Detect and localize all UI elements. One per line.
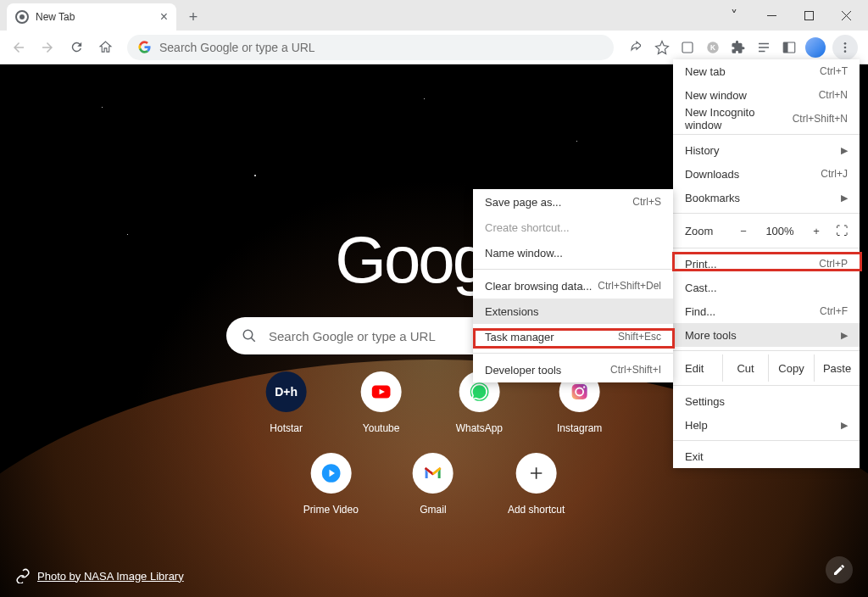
home-button[interactable] <box>93 36 117 59</box>
primevideo-icon <box>310 453 351 494</box>
fullscreen-icon[interactable]: ⛶ <box>836 224 848 237</box>
menu-settings[interactable]: Settings <box>673 389 860 413</box>
shortcut-gmail[interactable]: Gmail <box>413 453 453 516</box>
shortcut-add[interactable]: Add shortcut <box>508 453 565 516</box>
menu-help[interactable]: Help▶ <box>673 413 860 437</box>
menu-bookmarks[interactable]: Bookmarks▶ <box>673 186 860 209</box>
menu-exit[interactable]: Exit <box>673 444 860 468</box>
submenu-extensions[interactable]: Extensions <box>473 298 673 324</box>
svg-point-15 <box>243 330 253 339</box>
chevron-right-icon: ▶ <box>841 330 848 341</box>
maximize-button[interactable] <box>790 3 827 28</box>
shortcuts: D+h Hotstar Youtube WhatsApp Instagram P… <box>266 371 603 516</box>
profile-avatar[interactable] <box>805 37 826 58</box>
chrome-menu: New tabCtrl+T New windowCtrl+N New Incog… <box>673 59 860 468</box>
menu-more-tools[interactable]: More tools▶ <box>673 323 860 347</box>
zoom-out-button[interactable]: − <box>734 225 753 237</box>
menu-cast[interactable]: Cast... <box>673 276 860 299</box>
svg-rect-4 <box>682 42 693 53</box>
gmail-icon <box>413 453 453 494</box>
svg-rect-1 <box>804 11 813 20</box>
extensions-puzzle-icon[interactable] <box>729 38 748 57</box>
svg-point-12 <box>844 42 847 45</box>
forward-button[interactable] <box>36 36 59 59</box>
browser-tab[interactable]: New Tab × <box>7 3 176 31</box>
menu-new-incognito[interactable]: New Incognito windowCtrl+Shift+N <box>673 107 860 131</box>
menu-copy[interactable]: Copy <box>768 354 814 382</box>
titlebar: New Tab × + ˅ <box>0 0 868 31</box>
svg-rect-11 <box>783 42 787 53</box>
chevron-right-icon: ▶ <box>841 420 848 431</box>
search-icon <box>242 328 257 343</box>
zoom-in-button[interactable]: + <box>807 225 826 237</box>
omnibox-placeholder: Search Google or type a URL <box>159 41 315 54</box>
add-icon <box>516 453 557 494</box>
window-controls: ˅ <box>715 0 868 31</box>
svg-text:K: K <box>710 44 715 52</box>
search-placeholder: Search Google or type a URL <box>269 329 436 343</box>
share-icon[interactable] <box>627 38 646 57</box>
extension-k-icon[interactable]: K <box>704 38 722 57</box>
menu-zoom: Zoom − 100% + ⛶ <box>673 217 860 244</box>
menu-cut[interactable]: Cut <box>722 354 768 382</box>
more-tools-submenu: Save page as...Ctrl+S Create shortcut...… <box>473 189 673 382</box>
credit-text: Photo by NASA Image Library <box>37 570 184 583</box>
shortcut-youtube[interactable]: Youtube <box>361 371 402 434</box>
submenu-save-as[interactable]: Save page as...Ctrl+S <box>473 189 673 215</box>
tab-title: New Tab <box>36 11 153 23</box>
menu-button[interactable] <box>832 35 858 60</box>
menu-new-window[interactable]: New windowCtrl+N <box>673 83 860 107</box>
google-g-icon <box>137 41 151 54</box>
submenu-create-shortcut: Create shortcut... <box>473 215 673 240</box>
submenu-dev-tools[interactable]: Developer toolsCtrl+Shift+I <box>473 357 673 382</box>
customize-button[interactable] <box>826 556 853 583</box>
svg-point-13 <box>844 46 847 48</box>
tab-favicon-icon <box>15 10 29 24</box>
menu-edit-row: Edit Cut Copy Paste <box>673 354 860 382</box>
chevron-right-icon: ▶ <box>841 145 848 156</box>
extension-box-icon[interactable] <box>678 38 697 57</box>
svg-point-21 <box>583 386 585 388</box>
menu-paste[interactable]: Paste <box>814 354 860 382</box>
minimize-button[interactable] <box>753 3 790 28</box>
tab-search-button[interactable]: ˅ <box>715 3 753 28</box>
side-panel-icon[interactable] <box>780 38 798 57</box>
close-tab-icon[interactable]: × <box>160 9 168 25</box>
hotstar-icon: D+h <box>266 371 307 412</box>
shortcut-primevideo[interactable]: Prime Video <box>303 453 359 516</box>
submenu-clear-data[interactable]: Clear browsing data...Ctrl+Shift+Del <box>473 273 673 298</box>
omnibox[interactable]: Search Google or type a URL <box>127 35 614 60</box>
shortcut-hotstar[interactable]: D+h Hotstar <box>266 371 307 434</box>
reading-list-icon[interactable] <box>754 38 773 57</box>
close-window-button[interactable] <box>827 3 865 28</box>
submenu-task-manager[interactable]: Task managerShift+Esc <box>473 324 673 349</box>
toolbar-actions: K <box>624 35 861 60</box>
menu-history[interactable]: History▶ <box>673 138 860 162</box>
youtube-icon <box>361 371 402 412</box>
menu-downloads[interactable]: DownloadsCtrl+J <box>673 162 860 186</box>
background-credit[interactable]: Photo by NASA Image Library <box>15 568 184 583</box>
svg-line-16 <box>251 338 255 342</box>
submenu-name-window[interactable]: Name window... <box>473 240 673 265</box>
new-tab-button[interactable]: + <box>181 5 205 29</box>
back-button[interactable] <box>7 36 31 59</box>
menu-find[interactable]: Find...Ctrl+F <box>673 299 860 323</box>
menu-print[interactable]: Print...Ctrl+P <box>673 252 860 276</box>
chevron-right-icon: ▶ <box>841 192 848 204</box>
svg-point-14 <box>844 50 847 53</box>
link-icon <box>15 568 31 583</box>
menu-new-tab[interactable]: New tabCtrl+T <box>673 59 860 83</box>
zoom-level: 100% <box>763 225 797 237</box>
reload-button[interactable] <box>64 36 88 59</box>
bookmark-star-icon[interactable] <box>653 38 671 57</box>
